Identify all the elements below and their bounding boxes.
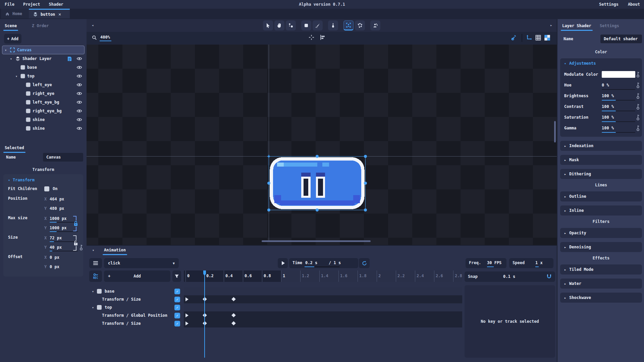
selection-handle[interactable]: [364, 182, 367, 185]
track-row-transform-global-position[interactable]: Transform / Global Position✓: [89, 311, 181, 319]
chevron-down-icon[interactable]: ▾: [14, 74, 18, 78]
tree-row-base[interactable]: base: [2, 63, 85, 72]
transparency-icon[interactable]: [544, 35, 550, 41]
time-slider[interactable]: [305, 266, 339, 267]
eye-icon[interactable]: [76, 118, 82, 122]
track-lane-transform-size[interactable]: [184, 295, 462, 304]
warp-tool[interactable]: [370, 20, 380, 31]
canvas-viewport[interactable]: [87, 45, 557, 245]
close-tab-icon[interactable]: ✕: [58, 12, 61, 17]
zoom-level-input[interactable]: 400%: [100, 34, 111, 41]
button-sprite[interactable]: [269, 157, 365, 210]
auto-stylus-icon[interactable]: [511, 34, 517, 41]
menu-about[interactable]: About: [628, 2, 640, 7]
timeline-ruler[interactable]: 00.20.40.60.811.21.41.61.822.22.42.62.8: [184, 270, 462, 282]
tab-home[interactable]: Home: [1, 9, 29, 18]
collapse-animation-icon[interactable]: ▾: [92, 248, 94, 252]
section-header-shockwave[interactable]: ▸Shockwave: [560, 293, 642, 303]
track-enabled-checkbox[interactable]: ✓: [174, 321, 180, 326]
loop-button[interactable]: [359, 258, 370, 268]
value-slider[interactable]: [50, 231, 78, 232]
tab-button[interactable]: button ✕: [29, 9, 70, 18]
color-swatch[interactable]: [602, 71, 635, 78]
snap-value[interactable]: 0.1 s: [503, 274, 515, 279]
rect-tool[interactable]: [301, 20, 311, 31]
eye-icon[interactable]: [76, 57, 82, 61]
tree-row-canvas[interactable]: ▾Canvas: [2, 46, 85, 54]
lock-closed-icon[interactable]: [73, 221, 78, 227]
tree-row-top[interactable]: ▾top: [2, 72, 85, 80]
value-field[interactable]: 0 px: [50, 264, 69, 269]
eye-icon[interactable]: [76, 65, 82, 69]
add-node-button[interactable]: + Add: [4, 34, 21, 44]
section-header-mask[interactable]: ▸Mask: [560, 155, 642, 165]
keyframe-icon[interactable]: [636, 114, 640, 121]
node-name-input[interactable]: [43, 153, 83, 162]
pan-tool[interactable]: [274, 20, 284, 31]
filter-tracks-button[interactable]: [172, 270, 181, 282]
keyframe-diamond[interactable]: [231, 313, 236, 317]
axes-gizmo-icon[interactable]: [526, 35, 532, 41]
playhead-line[interactable]: [204, 270, 205, 358]
tab-animation[interactable]: Animation: [104, 248, 126, 252]
track-lane-transform-size[interactable]: [184, 319, 462, 327]
chevron-down-icon[interactable]: ▾: [91, 306, 95, 309]
add-track-button[interactable]: + Add: [104, 270, 170, 282]
value-field[interactable]: 100 %: [602, 126, 637, 130]
animation-menu-button[interactable]: [89, 258, 102, 268]
tree-row-shader-layer[interactable]: ▾Shader Layer: [2, 54, 85, 63]
frame-selection-tool[interactable]: [343, 20, 354, 31]
section-header-outline[interactable]: ▸Outline: [560, 191, 642, 201]
tab-selected[interactable]: Selected: [5, 145, 24, 150]
eye-icon[interactable]: [76, 83, 82, 87]
tree-row-left-eye-bg[interactable]: left_eye_bg: [2, 98, 85, 107]
track-enabled-checkbox[interactable]: ✓: [174, 297, 180, 302]
track-enabled-checkbox[interactable]: ✓: [174, 305, 180, 310]
section-header-opacity[interactable]: ▸Opacity: [560, 228, 642, 238]
tree-row-left-eye[interactable]: left_eye: [2, 80, 85, 89]
value-field[interactable]: 100 %: [602, 104, 637, 109]
tab-z-order[interactable]: Z Order: [32, 23, 49, 28]
chevron-down-icon[interactable]: ▾: [9, 57, 13, 61]
fit-children-checkbox[interactable]: [44, 186, 49, 191]
tab-layer-shader[interactable]: Layer Shader: [562, 23, 591, 28]
menu-settings[interactable]: Settings: [599, 2, 619, 7]
pipette-tool[interactable]: [328, 20, 338, 31]
horizontal-scrollbar[interactable]: [262, 240, 371, 242]
value-field[interactable]: 100 %: [602, 115, 637, 120]
speed-value[interactable]: 1 x: [535, 260, 543, 265]
play-button[interactable]: [278, 258, 288, 268]
value-slider[interactable]: [602, 111, 635, 111]
magnet-icon[interactable]: [546, 274, 552, 279]
selection-handle[interactable]: [316, 155, 319, 158]
record-keys-button[interactable]: REC: [89, 270, 102, 282]
select-tool[interactable]: [263, 20, 273, 31]
animation-clip-select[interactable]: click ▼: [104, 258, 179, 268]
eye-icon[interactable]: [76, 92, 82, 96]
track-lane-top[interactable]: [184, 303, 462, 311]
track-lane-base[interactable]: [184, 287, 462, 295]
value-field[interactable]: 0 %: [602, 83, 637, 87]
chevron-down-icon[interactable]: ▾: [4, 48, 8, 52]
value-field[interactable]: 100 %: [602, 94, 637, 98]
value-field[interactable]: 72 px: [50, 236, 69, 240]
section-header-tiled-mode[interactable]: ▸Tiled Mode: [560, 264, 642, 275]
keyframe-icon[interactable]: [636, 93, 640, 99]
tree-row-shine[interactable]: shine: [2, 124, 85, 133]
eye-icon[interactable]: [76, 74, 82, 78]
value-slider[interactable]: [602, 121, 635, 122]
track-row-base[interactable]: ▾base✓: [89, 287, 181, 295]
freq-value[interactable]: 30 FPS: [487, 260, 501, 265]
section-header-adjustments[interactable]: ▾Adjustments: [560, 58, 642, 68]
lock-open-icon[interactable]: [73, 240, 78, 246]
selection-box[interactable]: [269, 156, 366, 210]
eye-icon[interactable]: [76, 109, 82, 113]
grid-icon[interactable]: [535, 35, 541, 41]
eye-icon[interactable]: [76, 126, 82, 130]
transform-section-header[interactable]: ▾ Transform: [3, 174, 83, 184]
selection-handle[interactable]: [364, 155, 367, 158]
keyframe-icon[interactable]: [636, 103, 640, 110]
vertical-scrollbar[interactable]: [554, 121, 556, 142]
keyframe-icon[interactable]: [636, 125, 640, 131]
eye-icon[interactable]: [76, 100, 82, 104]
